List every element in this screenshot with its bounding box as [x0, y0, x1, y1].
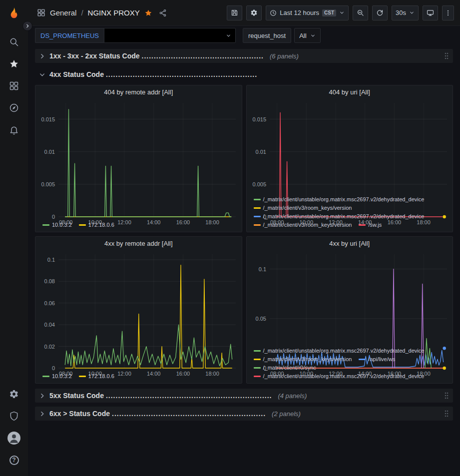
- legend-item[interactable]: /_matrix/client/unstable/org.matrix.msc2…: [254, 348, 425, 354]
- panel-404-by-remote-addr: 404 by remote addr [All] 08:0010:0012:00…: [35, 85, 242, 232]
- row-title: 4xx Status Code: [49, 70, 104, 78]
- row-4xx[interactable]: 4xx Status Code ........................…: [35, 67, 453, 82]
- legend-item[interactable]: /_matrix/client/v3/room_keys/version: [254, 205, 352, 211]
- timeseries-chart[interactable]: 08:0010:0012:0014:0016:0018:0000.020.040…: [35, 250, 242, 372]
- series-color-marker: [254, 224, 261, 226]
- chevron-right-icon: [39, 411, 45, 417]
- request-host-variable-select[interactable]: All: [294, 28, 320, 43]
- toolbar: Last 12 hours CST 30s: [227, 5, 454, 20]
- chart-legend: 10.0.3.2172.18.0.6: [35, 221, 242, 232]
- panel-404-by-uri: 404 by uri [All] 08:0010:0012:0014:0016:…: [246, 85, 454, 232]
- legend-item[interactable]: 172.18.0.6: [79, 222, 114, 228]
- row-6xx[interactable]: 6xx > Status Code ......................…: [35, 407, 453, 421]
- legend-label: /_matrix/client/unstable/org.matrix.msc2…: [263, 348, 425, 354]
- svg-text:0.005: 0.005: [41, 181, 55, 187]
- dashboard-canvas: 1xx - 3xx - 2xx Status Code ............…: [28, 45, 460, 476]
- series-color-marker: [254, 216, 261, 217]
- chevron-down-icon: [409, 10, 415, 15]
- search-icon[interactable]: [3, 31, 25, 53]
- legend-item[interactable]: /_matrix/client/v3/room_keys/version: [254, 356, 352, 362]
- explore-compass-icon[interactable]: [3, 97, 25, 119]
- user-avatar[interactable]: [3, 427, 25, 449]
- legend-label: /_matrix/client/unstable/org.matrix.msc2…: [263, 213, 425, 219]
- time-range-label: Last 12 hours: [280, 9, 319, 16]
- row-title-leader: ........................................…: [142, 52, 264, 60]
- legend-item[interactable]: 10.0.3.2: [42, 222, 72, 228]
- series-color-marker: [254, 359, 261, 360]
- series-color-marker: [42, 376, 49, 377]
- row-title-leader: ........................................…: [106, 392, 272, 400]
- row-panel-count: (4 panels): [278, 392, 307, 400]
- dashboard-header: General / NGINX PROXY: [28, 0, 460, 26]
- timeseries-chart[interactable]: 08:0010:0012:0014:0016:0018:0000.0050.01…: [35, 99, 242, 221]
- legend-label: /_matrix/client/r0/sync: [263, 365, 316, 371]
- chevron-right-icon: [39, 53, 45, 59]
- dashboards-icon[interactable]: [3, 75, 25, 97]
- series-color-marker: [254, 207, 261, 209]
- svg-text:0.02: 0.02: [44, 344, 55, 350]
- legend-item[interactable]: /api/live/ws: [359, 356, 395, 362]
- panel-title[interactable]: 404 by remote addr [All]: [35, 85, 242, 99]
- panel-grid: 404 by remote addr [All] 08:0010:0012:00…: [35, 85, 453, 384]
- request-host-variable-label: request_host: [243, 28, 291, 43]
- legend-item[interactable]: /sw.js: [359, 222, 382, 228]
- legend-label: /_matrix/client/v3/room_keys/version: [263, 222, 352, 228]
- avatar: [7, 432, 20, 445]
- datasource-variable-select[interactable]: [104, 28, 236, 43]
- svg-text:0.015: 0.015: [41, 116, 55, 122]
- row-5xx[interactable]: 5xx Status Code ........................…: [35, 389, 453, 403]
- datasource-variable: DS_PROMETHEUS: [35, 28, 236, 43]
- series-color-marker: [79, 376, 86, 377]
- timeseries-chart[interactable]: 08:0010:0012:0014:0016:0018:0000.0050.01…: [247, 99, 453, 195]
- legend-item[interactable]: 172.18.0.6: [79, 373, 114, 379]
- panel-4xx-by-remote-addr: 4xx by remote addr [All] 08:0010:0012:00…: [35, 236, 242, 384]
- legend-label: /api/live/ws: [368, 356, 395, 362]
- time-range-picker[interactable]: Last 12 hours CST: [266, 5, 349, 20]
- panel-title[interactable]: 4xx by remote addr [All]: [35, 237, 242, 250]
- starred-dashboards-icon[interactable]: [3, 53, 25, 75]
- chart-legend: /_matrix/client/unstable/org.matrix.msc2…: [247, 195, 453, 232]
- kebab-menu-button[interactable]: [442, 5, 454, 20]
- legend-label: 172.18.0.6: [88, 373, 114, 379]
- dashboard-settings-button[interactable]: [246, 5, 262, 20]
- row-drag-handle[interactable]: [444, 52, 449, 60]
- chevron-down-icon: [226, 33, 231, 38]
- variables-bar: DS_PROMETHEUS request_host All: [28, 26, 460, 45]
- timeseries-chart[interactable]: 08:0010:0012:0014:0016:0018:0000.050.1: [247, 250, 453, 347]
- main-area: General / NGINX PROXY: [28, 0, 460, 476]
- alerting-bell-icon[interactable]: [3, 119, 25, 141]
- breadcrumb-folder[interactable]: General: [50, 8, 76, 17]
- legend-item[interactable]: 10.0.3.2: [42, 373, 72, 379]
- sidebar: ?: [0, 0, 28, 476]
- svg-text:0.01: 0.01: [255, 149, 266, 155]
- legend-item[interactable]: /_matrix/client/unstable/org.matrix.msc2…: [254, 196, 425, 202]
- series-color-marker: [79, 224, 86, 226]
- svg-text:0.01: 0.01: [44, 149, 55, 155]
- tv-mode-button[interactable]: [423, 5, 438, 20]
- share-icon[interactable]: [159, 9, 167, 17]
- svg-text:0: 0: [52, 365, 55, 371]
- server-admin-shield-icon[interactable]: [3, 405, 25, 427]
- legend-item[interactable]: /_matrix/client/v3/room_keys/version: [254, 222, 352, 228]
- grafana-logo[interactable]: [4, 4, 24, 24]
- row-drag-handle[interactable]: [444, 392, 449, 400]
- legend-item[interactable]: /_matrix/client/r0/sync: [254, 365, 316, 371]
- row-1xx-3xx-2xx[interactable]: 1xx - 3xx - 2xx Status Code ............…: [35, 49, 453, 63]
- zoom-out-button[interactable]: [353, 5, 368, 20]
- refresh-button[interactable]: [372, 5, 388, 20]
- panel-title[interactable]: 4xx by uri [All]: [247, 237, 453, 250]
- refresh-interval-dropdown[interactable]: 30s: [392, 5, 419, 20]
- favorite-star-icon[interactable]: [144, 9, 152, 17]
- sidebar-expand-toggle[interactable]: [22, 21, 32, 31]
- dashboard-title[interactable]: NGINX PROXY: [88, 8, 140, 17]
- timezone-badge: CST: [322, 9, 336, 16]
- save-dashboard-button[interactable]: [227, 5, 242, 20]
- help-icon[interactable]: ?: [3, 449, 25, 471]
- legend-item[interactable]: /_matrix/client/unstable/org.matrix.msc2…: [254, 373, 425, 379]
- panel-title[interactable]: 404 by uri [All]: [247, 85, 453, 99]
- legend-label: /_matrix/client/v3/room_keys/version: [263, 356, 352, 362]
- row-drag-handle[interactable]: [444, 410, 449, 418]
- legend-item[interactable]: /_matrix/client/unstable/org.matrix.msc2…: [254, 213, 425, 219]
- row-title: 5xx Status Code: [49, 392, 104, 400]
- configuration-gear-icon[interactable]: [3, 383, 25, 405]
